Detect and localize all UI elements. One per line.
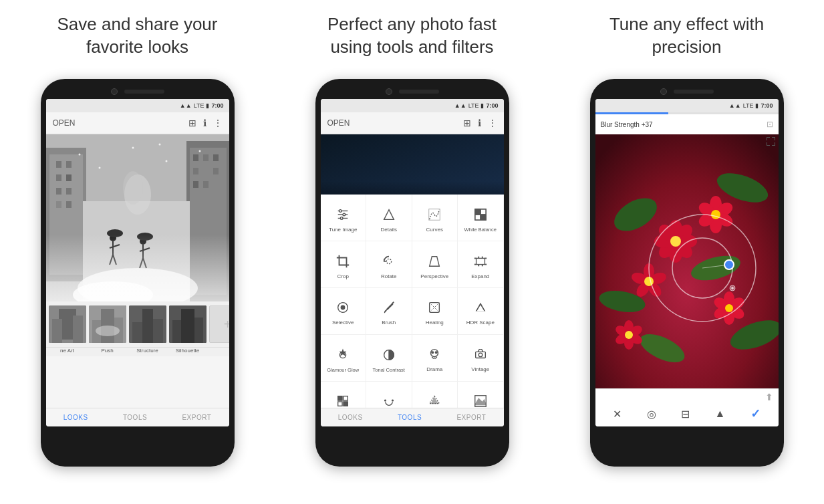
curves-label: Curves xyxy=(426,227,443,233)
tools-grid: Tune Image Details xyxy=(321,195,504,422)
rotate-label: Rotate xyxy=(381,273,397,280)
selective-label: Selective xyxy=(332,320,354,326)
phone-3-screen: ▲▲ LTE ▮ 7:00 Blur Strength +37 ⊡ xyxy=(595,99,779,426)
open-label-2: OPEN xyxy=(327,118,350,128)
details-label: Details xyxy=(381,227,397,233)
svg-point-148 xyxy=(644,277,654,286)
layers-tool-icon[interactable]: ▲ xyxy=(714,408,725,420)
svg-rect-7 xyxy=(56,188,61,195)
snowy-scene xyxy=(46,134,229,301)
thumb-4[interactable]: + xyxy=(209,305,229,343)
phone-2-toolbar: OPEN ⊞ ℹ ⋮ xyxy=(321,112,504,134)
status-bar-3: ▲▲ LTE ▮ 7:00 xyxy=(595,99,779,112)
thumb-0[interactable] xyxy=(49,305,86,343)
speaker-grill-3 xyxy=(674,90,714,94)
svg-point-162 xyxy=(625,331,633,339)
thumb-label-2: Structure xyxy=(129,348,166,354)
nav-tools-1[interactable]: TOOLS xyxy=(123,414,147,421)
tool-crop[interactable]: Crop xyxy=(321,241,367,288)
tonal-contrast-icon xyxy=(380,346,398,364)
healing-icon xyxy=(425,298,444,317)
tool-tune-image[interactable]: Tune Image xyxy=(321,195,367,241)
tool-rotate[interactable]: Rotate xyxy=(366,241,412,288)
nav-tools-2[interactable]: TOOLS xyxy=(398,414,422,421)
svg-line-96 xyxy=(430,303,440,313)
svg-marker-70 xyxy=(384,209,394,219)
camera-dot-3 xyxy=(660,88,667,95)
nav-looks-1[interactable]: LOOKS xyxy=(63,414,88,421)
svg-rect-2 xyxy=(49,154,83,275)
svg-rect-47 xyxy=(73,316,83,343)
drama-label: Drama xyxy=(426,366,442,373)
svg-line-93 xyxy=(392,302,394,304)
toolbar-icons-1: ⊞ ℹ ⋮ xyxy=(188,118,223,128)
nav-export-1[interactable]: EXPORT xyxy=(182,414,211,421)
tool-details[interactable]: Details xyxy=(366,195,412,241)
panel-2: Perfect any photo fast using tools and f… xyxy=(275,0,549,504)
thumb-labels: ne Art Push Structure Silhouette xyxy=(46,348,229,356)
tool-perspective[interactable]: Perspective xyxy=(412,241,458,288)
svg-rect-94 xyxy=(430,303,440,313)
more-icon-2[interactable]: ⋮ xyxy=(488,118,497,128)
svg-rect-46 xyxy=(52,319,62,343)
selective-icon xyxy=(333,298,352,317)
svg-rect-77 xyxy=(339,257,347,265)
svg-rect-13 xyxy=(193,154,198,161)
battery-icon-2: ▮ xyxy=(480,102,484,109)
share-icon[interactable]: ⬆ xyxy=(595,389,779,402)
thumb-2[interactable] xyxy=(129,305,166,343)
svg-point-135 xyxy=(670,236,681,247)
svg-point-166 xyxy=(724,260,734,269)
curves-icon xyxy=(425,205,444,224)
cancel-button-3[interactable]: ✕ xyxy=(613,408,622,420)
confirm-button-3[interactable]: ✓ xyxy=(750,406,761,421)
tool-hdr-scape[interactable]: HDR Scape xyxy=(458,288,504,335)
brush-label: Brush xyxy=(382,320,396,326)
nav-looks-2[interactable]: LOOKS xyxy=(338,414,363,421)
signal-icon: ▲▲ xyxy=(180,102,192,109)
status-bar-2: ▲▲ LTE ▮ 7:00 xyxy=(321,99,504,112)
white-balance-label: White Balance xyxy=(464,227,497,233)
tool-glamour-glow[interactable]: Glamour Glow xyxy=(321,335,367,382)
thumb-3[interactable] xyxy=(169,305,207,343)
svg-marker-100 xyxy=(341,350,346,354)
tool-white-balance[interactable]: White Balance xyxy=(458,195,504,241)
svg-point-38 xyxy=(78,154,80,156)
svg-point-22 xyxy=(78,268,198,301)
svg-point-37 xyxy=(123,171,143,205)
info-icon-2[interactable]: ℹ xyxy=(478,118,481,128)
tool-brush[interactable]: Brush xyxy=(366,288,412,335)
tool-selective[interactable]: Selective xyxy=(321,288,367,335)
svg-rect-107 xyxy=(338,396,342,400)
phone-1-bottom-nav: LOOKS TOOLS EXPORT xyxy=(46,408,229,426)
svg-rect-9 xyxy=(56,201,61,208)
tool-drama[interactable]: Drama xyxy=(412,335,458,382)
svg-rect-61 xyxy=(194,318,203,343)
thumb-1[interactable] xyxy=(89,305,126,343)
svg-line-34 xyxy=(143,258,146,268)
tune-tool-icon[interactable]: ⊟ xyxy=(681,408,690,420)
svg-marker-118 xyxy=(475,399,487,405)
radial-tool-icon[interactable]: ◎ xyxy=(647,408,656,420)
tool-expand[interactable]: Expand xyxy=(458,241,504,288)
tool-healing[interactable]: Healing xyxy=(412,288,458,335)
thumb-label-1: Push xyxy=(89,348,126,354)
info-icon[interactable]: ℹ xyxy=(203,118,207,128)
speaker-grill-2 xyxy=(399,90,439,94)
tool-curves[interactable]: Curves xyxy=(412,195,458,241)
thumb-label-0: ne Art xyxy=(49,348,86,354)
svg-rect-19 xyxy=(193,181,198,188)
svg-rect-76 xyxy=(475,215,480,220)
svg-line-26 xyxy=(110,245,120,248)
layers-icon-2[interactable]: ⊞ xyxy=(463,118,471,128)
nav-export-2[interactable]: EXPORT xyxy=(456,414,486,421)
layers-icon[interactable]: ⊞ xyxy=(188,118,196,128)
phone-1-top-bar xyxy=(46,88,229,95)
phone-3-top-bar xyxy=(595,88,779,95)
svg-rect-8 xyxy=(66,188,72,195)
tool-tonal-contrast[interactable]: Tonal Contrast xyxy=(366,335,412,382)
more-icon[interactable]: ⋮ xyxy=(213,118,223,128)
svg-line-32 xyxy=(140,248,150,251)
tool-vintage[interactable]: Vintage xyxy=(458,335,504,382)
svg-rect-74 xyxy=(480,215,486,220)
